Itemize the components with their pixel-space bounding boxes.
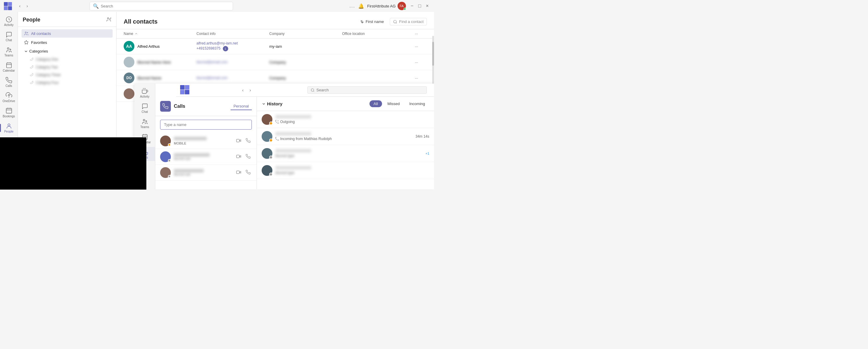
filter-incoming-button[interactable]: Incoming	[405, 100, 429, 107]
history-item-4[interactable]: blurred type	[257, 162, 434, 179]
sidebar-item-teams[interactable]: Teams	[0, 45, 18, 59]
back-button[interactable]: ‹	[17, 2, 23, 9]
svg-point-35	[146, 121, 147, 122]
calls-contact-info-3: blurred sub	[174, 169, 232, 176]
calls-contact-avatar-3	[160, 167, 171, 178]
contact-row-2[interactable]: Blurred Name Here blurred@email.com Comp…	[117, 54, 434, 70]
more-options-button[interactable]: ...	[349, 3, 355, 9]
people-settings-button[interactable]	[106, 17, 112, 23]
nav-item-favorites-label: Favorites	[31, 40, 47, 45]
sidebar-item-people[interactable]: People	[0, 121, 18, 135]
calls-name-input[interactable]	[160, 120, 252, 130]
nav-item-favorites[interactable]: Favorites	[22, 38, 113, 46]
sort-button[interactable]: First name	[358, 18, 386, 25]
contact-badge-alfred: 1	[223, 46, 228, 51]
history-item-2[interactable]: Incoming from Matthias Rudolph 34m 14s	[257, 128, 434, 145]
calls-contact-actions-3	[235, 169, 252, 177]
calls-back-button[interactable]: ‹	[240, 87, 246, 94]
contact-avatar-4	[124, 88, 134, 99]
categories-label: Categories	[29, 49, 48, 54]
contacts-header: All contacts First name Find a contact	[117, 12, 434, 29]
calls-contact-avatar-2	[160, 151, 171, 162]
sidebar-item-bookings[interactable]: Bookings	[0, 106, 18, 120]
calls-contact-info-1: MOBILE	[174, 137, 232, 145]
phone-call-button-2[interactable]	[245, 153, 252, 161]
sidebar-item-onedrive-label: OneDrive	[2, 99, 15, 103]
category-item-4[interactable]: Category Four	[22, 79, 113, 86]
svg-rect-0	[4, 2, 8, 6]
forward-button[interactable]: ›	[24, 2, 30, 9]
sidebar-item-calls[interactable]: Calls	[0, 75, 18, 89]
close-button[interactable]: ×	[424, 3, 430, 9]
titlebar-search-input[interactable]	[101, 4, 230, 8]
calls-panel-title: Calls	[174, 104, 185, 109]
sidebar-item-calendar[interactable]: Calendar	[0, 60, 18, 74]
titlebar-search-container: 🔍	[90, 2, 233, 10]
scrollbar-thumb[interactable]	[432, 42, 434, 66]
contact-company-do: Company	[270, 76, 342, 80]
category-item-1[interactable]: Category One	[22, 56, 113, 63]
filter-all-button[interactable]: All	[370, 100, 382, 107]
overlay-chat-item[interactable]: Chat	[134, 101, 155, 115]
contact-more-alfred[interactable]: ···	[415, 44, 427, 49]
categories-header[interactable]: Categories	[22, 47, 113, 55]
overlay-teams-item[interactable]: Teams	[134, 117, 155, 130]
titlebar-right: ... 🔔 FirstAttribute AG FA − □ ×	[349, 2, 430, 10]
col-name-header[interactable]: Name	[124, 32, 196, 36]
calls-contact-item-3[interactable]: blurred sub	[155, 165, 256, 181]
svg-rect-49	[237, 155, 240, 158]
status-ring-4	[269, 172, 273, 176]
calls-contact-item-2[interactable]: blurred sub	[155, 149, 256, 165]
contact-company-alfred: my-iam	[270, 44, 342, 49]
calls-contact-item-1[interactable]: MOBILE	[155, 133, 256, 149]
find-contact-label: Find a contact	[399, 20, 424, 24]
category-item-3[interactable]: Category Three	[22, 71, 113, 78]
contact-info-alfred: alfred.arthus@my-iam.net +49152698375 1	[196, 41, 270, 51]
history-item-3[interactable]: blurred type +1	[257, 145, 434, 162]
video-call-button-3[interactable]	[235, 169, 242, 177]
phone-call-button-3[interactable]	[245, 169, 252, 177]
contacts-table-header: Name Contact info Company Office locatio…	[117, 29, 434, 38]
status-dot-1	[168, 143, 171, 146]
calls-search-input[interactable]	[316, 88, 424, 92]
history-item-1[interactable]: Outgoing	[257, 111, 434, 128]
contact-more-2[interactable]: ···	[415, 60, 427, 64]
people-panel-header: People	[18, 12, 116, 27]
contact-name-cell-2: Blurred Name Here	[124, 57, 196, 67]
svg-rect-41	[185, 85, 189, 90]
avatar-initials: FA	[400, 4, 404, 8]
overlay-teams-label: Teams	[141, 125, 149, 129]
contact-name-do: Blurred Name	[137, 76, 161, 80]
sidebar-item-onedrive[interactable]: OneDrive	[0, 91, 18, 104]
contact-avatar-2	[124, 57, 134, 67]
filter-missed-button[interactable]: Missed	[383, 100, 404, 107]
minimize-button[interactable]: −	[409, 3, 415, 9]
svg-point-20	[25, 32, 26, 33]
category-1-label: Category One	[36, 57, 58, 62]
sidebar-item-chat[interactable]: Chat	[0, 30, 18, 43]
overlay-activity-item[interactable]: Activity	[134, 86, 155, 100]
history-info-4: blurred type	[275, 166, 426, 175]
history-call-type-2: Incoming from Matthias Rudolph	[275, 137, 412, 141]
calls-forward-button[interactable]: ›	[247, 87, 254, 94]
calls-contact-avatar-1	[160, 135, 171, 146]
find-contact-button[interactable]: Find a contact	[390, 18, 427, 25]
phone-call-button-1[interactable]	[245, 137, 252, 145]
calls-tab-personal[interactable]: Personal	[230, 103, 252, 110]
history-call-type-3: blurred type	[275, 154, 422, 158]
contact-more-do[interactable]: ···	[415, 76, 427, 80]
avatar[interactable]: FA	[398, 2, 406, 10]
sidebar-item-activity[interactable]: Activity	[0, 14, 18, 28]
sidebar-item-teams-label: Teams	[4, 54, 13, 57]
contact-row-alfred[interactable]: AA Alfred Arthus alfred.arthus@my-iam.ne…	[117, 38, 434, 54]
maximize-button[interactable]: □	[416, 3, 423, 9]
category-item-2[interactable]: Category Two	[22, 64, 113, 71]
calls-header-bar: ‹ ›	[176, 84, 434, 97]
nav-item-all-contacts[interactable]: All contacts	[22, 29, 113, 38]
svg-point-4	[7, 48, 9, 50]
video-call-button-1[interactable]	[235, 137, 242, 145]
contact-info-do: blurred@email.com	[196, 76, 270, 80]
user-info: FirstAttribute AG FA	[367, 2, 406, 10]
notification-icon[interactable]: 🔔	[358, 3, 364, 9]
video-call-button-2[interactable]	[235, 153, 242, 161]
